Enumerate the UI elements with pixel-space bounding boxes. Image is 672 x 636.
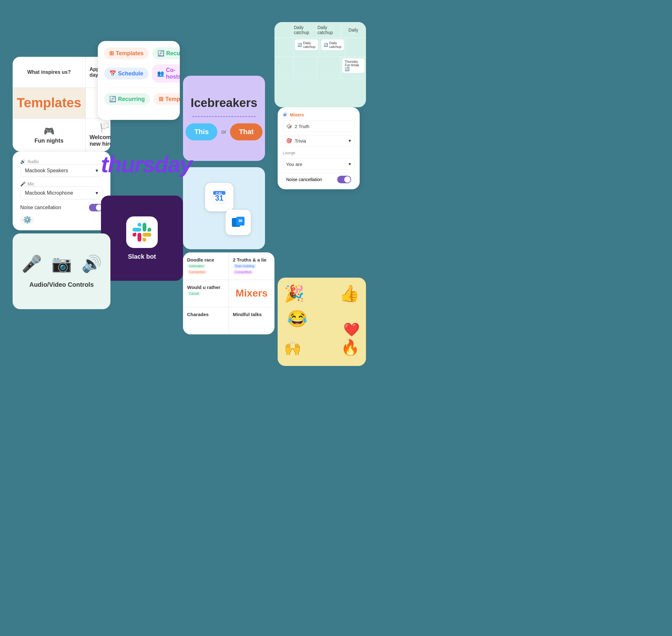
settings-button[interactable]: ⚙️	[20, 216, 34, 224]
this-button[interactable]: This	[185, 123, 217, 140]
outlook-icon: ✉	[225, 210, 251, 235]
cohosts-icon: 👥	[157, 70, 164, 77]
icebreakers-divider	[193, 116, 256, 117]
cal-event-2: 🔄 Daily catchup	[320, 38, 346, 57]
fun-nights-text: Fun nights	[34, 138, 63, 144]
tab-templates2-label: Templates	[165, 96, 180, 102]
mic-value: Macbook Microphone	[25, 190, 73, 196]
activity-mixers-big[interactable]: Mixers	[229, 280, 275, 307]
lounge-section-label: Lounge	[283, 151, 355, 155]
activity-tags-doodle: Icebreaker Connection	[187, 264, 225, 275]
mixer-item-trivia-left: 🎯 Trivia	[286, 138, 306, 143]
speaker-av-icon: 🔊	[81, 254, 102, 274]
cal-col-2: Daily catchup	[317, 22, 341, 38]
tag-icebreaker: Icebreaker	[187, 264, 206, 269]
calendar-grid-card: Daily catchup Daily catchup Daily 🔄 Dail…	[275, 22, 366, 107]
tab-recurring-label: Recurring	[166, 50, 180, 57]
cal-grid-row-2: Thursday Fun break 🔄	[275, 57, 366, 79]
tab-row-1: ⊞ Templates 🔄 Recurring	[104, 47, 174, 59]
noise-toggle2[interactable]	[337, 176, 351, 183]
calendar-integration-card: 31 CAL ✉	[183, 167, 265, 249]
chevron-down-trivia: ▾	[349, 138, 351, 143]
this-that-row: This or That	[185, 123, 262, 140]
templates-big-text: Templates	[17, 95, 81, 111]
tag-connection: Connection	[187, 270, 207, 275]
thursday-heading: thursday	[101, 152, 192, 177]
audio-icon: 🔊	[20, 159, 25, 164]
cal-col-3: Daily	[341, 22, 366, 38]
chevron-down-icon: ▾	[96, 167, 98, 174]
templates-icon: ⊞	[109, 50, 114, 57]
or-text: or	[221, 129, 226, 135]
av-icons-row: 🎤 📷 🔊	[21, 254, 102, 274]
recurring-cal-icon-2: 🔄	[324, 43, 328, 47]
cal-row-label-2	[275, 57, 293, 79]
cal-empty-2b	[317, 57, 341, 79]
schedule-icon: 📅	[109, 70, 116, 77]
speaker-dropdown[interactable]: Macbook Speakers ▾	[20, 164, 103, 177]
activities-grid-card: Doodle race Icebreaker Connection 2 Trut…	[183, 252, 275, 334]
tab-recurring2[interactable]: 🔄 Recurring	[104, 93, 150, 105]
that-button[interactable]: That	[230, 123, 262, 140]
cal-row-label-1	[275, 38, 293, 57]
tag-casual: Casual	[187, 291, 201, 296]
tabs-card: ⊞ Templates 🔄 Recurring 📅 Schedule 👥 Co-…	[98, 41, 180, 120]
tab-recurring2-label: Recurring	[118, 96, 145, 102]
tab-recurring[interactable]: 🔄 Recurring	[152, 47, 180, 59]
tab-cohosts[interactable]: 👥 Co-hosts	[152, 64, 180, 83]
mixers-panel-card: ⚗️ Mixers 🎲 2 Truth 🎯 Trivia ▾ Lounge Yo…	[278, 107, 360, 189]
microphone-dropdown[interactable]: Macbook Microphone ▾	[20, 186, 103, 199]
mixer-icon-2truth: 🎲	[286, 123, 292, 129]
av-controls-label: Audio/Video Controls	[29, 281, 94, 289]
sticker-laughing: 😂	[287, 309, 308, 329]
microphone-av-icon: 🎤	[21, 254, 42, 274]
tag-competitive: Competitive	[233, 270, 253, 275]
mixer-item-2truth[interactable]: 🎲 2 Truth	[283, 120, 355, 132]
cal-event-daily-2: 🔄 Daily catchup	[321, 39, 344, 50]
mixers-panel-header: ⚗️ Mixers	[283, 112, 355, 117]
icebreakers-title: Icebreakers	[191, 96, 257, 110]
activity-would-rather[interactable]: Would u rather Casual	[183, 280, 229, 307]
activity-charades[interactable]: Charades	[183, 307, 229, 334]
slack-icon-wrapper	[126, 216, 158, 248]
cal-empty-2a	[293, 57, 317, 79]
tab-schedule[interactable]: 📅 Schedule	[104, 67, 148, 79]
activity-tags-2truths: Team building Competitive	[233, 264, 270, 275]
stickers-card: 🎉 👍 😂 ❤️ 🙌 🔥	[278, 278, 366, 366]
grid-cell-fun-nights[interactable]: 🎮 Fun nights	[13, 118, 85, 152]
gear-icon: ⚙️	[23, 216, 32, 224]
mic-section: 🎤 Mic Macbook Microphone ▾	[20, 181, 103, 199]
grid-cell-templates-big[interactable]: Templates	[13, 88, 85, 119]
cal-header-empty	[275, 22, 293, 38]
activity-name-would-rather: Would u rather	[187, 284, 225, 290]
slack-bot-label: Slack bot	[128, 253, 156, 260]
tab-templates-label: Templates	[116, 50, 143, 57]
mixers-header-label: Mixers	[290, 112, 304, 117]
recurring2-icon: 🔄	[109, 96, 116, 102]
mixer-item-trivia[interactable]: 🎯 Trivia ▾	[283, 135, 355, 146]
recurring-icon: 🔄	[157, 50, 164, 57]
activity-mindful-talks[interactable]: Mindful talks	[229, 307, 275, 334]
activity-doodle-race[interactable]: Doodle race Icebreaker Connection	[183, 252, 229, 280]
tab-templates[interactable]: ⊞ Templates	[104, 47, 149, 59]
cal-event-thursday-fun: Thursday Fun break 🔄	[342, 58, 364, 73]
you-are-text: You are	[286, 161, 302, 167]
gamepad-icon: 🎮	[43, 126, 55, 136]
mixer-item-you-are[interactable]: You are ▾	[283, 158, 355, 170]
cal-event-1: 🔄 Daily catchup	[293, 38, 320, 57]
noise-cancellation-row2: Noise cancellation	[283, 173, 355, 186]
icebreakers-card: Icebreakers This or That	[183, 76, 265, 161]
recurring-cal-icon: 🔄	[297, 43, 302, 47]
tab-templates2[interactable]: ⊞ Templates	[154, 93, 180, 105]
activity-name-doodle: Doodle race	[187, 257, 225, 262]
slack-bot-card[interactable]: Slack bot	[101, 196, 183, 281]
sticker-party: 🎉	[284, 284, 304, 303]
activity-2truths[interactable]: 2 Truths & a lie Team building Competiti…	[229, 252, 275, 280]
activity-name-charades: Charades	[187, 312, 225, 317]
what-inspires-text: What inspires us?	[27, 69, 71, 75]
mic-icon: 🎤	[20, 181, 25, 186]
connecting-dots	[183, 167, 265, 249]
grid-cell-welcoming[interactable]: 🏳️ Welcoming new hires	[85, 118, 111, 152]
grid-cell-what-inspires[interactable]: What inspires us?	[13, 57, 85, 88]
tab-separator	[104, 88, 174, 88]
